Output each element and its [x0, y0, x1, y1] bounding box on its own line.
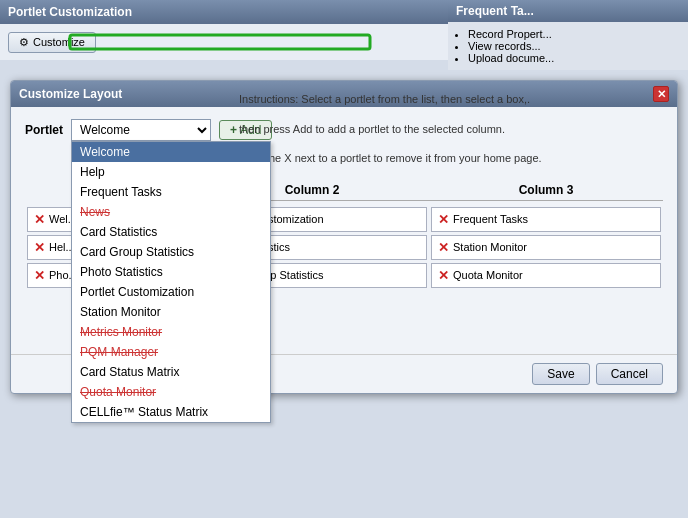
instructions-area: Instructions: Select a portlet from the …	[235, 91, 663, 168]
cancel-button[interactable]: Cancel	[596, 363, 663, 385]
dropdown-item-station-monitor[interactable]: Station Monitor	[72, 302, 270, 322]
customize-layout-modal: Customize Layout ✕ Portlet Welcome Welco…	[10, 80, 678, 394]
dropdown-item-portlet-customization[interactable]: Portlet Customization	[72, 282, 270, 302]
portlet-header-title: Portlet Customization	[8, 5, 132, 19]
portlet-select[interactable]: Welcome	[71, 119, 211, 141]
right-panel-header: Frequent Ta...	[448, 0, 688, 22]
dropdown-item-help[interactable]: Help	[72, 162, 270, 182]
remove-station-monitor-icon[interactable]: ✕	[438, 240, 449, 255]
modal-close-button[interactable]: ✕	[653, 86, 669, 102]
dropdown-item-card-statistics[interactable]: Card Statistics	[72, 222, 270, 242]
portlet-dropdown-container: Welcome Welcome Help Frequent Tasks News…	[71, 119, 211, 141]
instruction-2: then press Add to add a portlet to the s…	[235, 121, 663, 139]
portlet-field-label: Portlet	[25, 123, 63, 137]
col3-item-frequent-tasks-label: Frequent Tasks	[453, 213, 528, 225]
right-panel: Frequent Ta... Record Propert... View re…	[448, 0, 688, 70]
customize-button[interactable]: ⚙ Customize	[8, 32, 96, 53]
dropdown-item-card-group-statistics[interactable]: Card Group Statistics	[72, 242, 270, 262]
right-panel-content: Record Propert... View records... Upload…	[448, 22, 688, 70]
col3-item-quota-monitor[interactable]: ✕ Quota Monitor	[431, 263, 661, 288]
dropdown-item-cellfie-status-matrix[interactable]: CELLfie™ Status Matrix	[72, 402, 270, 422]
svg-rect-1	[70, 35, 370, 49]
col3-item-quota-monitor-label: Quota Monitor	[453, 269, 523, 281]
instruction-1: Instructions: Select a portlet from the …	[235, 91, 663, 109]
remove-photo-icon[interactable]: ✕	[34, 268, 45, 283]
col3-header: Column 3	[429, 180, 663, 201]
dropdown-item-quota-monitor[interactable]: Quota Monitor	[72, 382, 270, 402]
col3-item-station-monitor[interactable]: ✕ Station Monitor	[431, 235, 661, 260]
dropdown-item-pqm-manager[interactable]: PQM Manager	[72, 342, 270, 362]
column-3: Column 3 ✕ Frequent Tasks ✕ Station Moni…	[429, 180, 663, 290]
remove-quota-monitor-icon[interactable]: ✕	[438, 268, 449, 283]
modal-body: Portlet Welcome Welcome Help Frequent Ta…	[11, 107, 677, 354]
col3-item-frequent-tasks[interactable]: ✕ Frequent Tasks	[431, 207, 661, 232]
save-button[interactable]: Save	[532, 363, 589, 385]
green-arrow	[68, 29, 408, 55]
dropdown-item-welcome[interactable]: Welcome	[72, 142, 270, 162]
dropdown-item-frequent-tasks[interactable]: Frequent Tasks	[72, 182, 270, 202]
portlet-dropdown-menu[interactable]: Welcome Help Frequent Tasks News Card St…	[71, 141, 271, 423]
dropdown-item-card-status-matrix[interactable]: Card Status Matrix	[72, 362, 270, 382]
dropdown-item-news[interactable]: News	[72, 202, 270, 222]
modal-title: Customize Layout	[19, 87, 122, 101]
dropdown-item-photo-statistics[interactable]: Photo Statistics	[72, 262, 270, 282]
remove-frequent-tasks-icon[interactable]: ✕	[438, 212, 449, 227]
plus-icon: +	[230, 123, 237, 137]
dropdown-item-metrics-monitor[interactable]: Metrics Monitor	[72, 322, 270, 342]
gear-icon: ⚙	[19, 36, 29, 49]
remove-welcome-icon[interactable]: ✕	[34, 212, 45, 227]
instruction-3: Click the X next to a portlet to remove …	[235, 150, 663, 168]
remove-help-icon[interactable]: ✕	[34, 240, 45, 255]
col3-item-station-monitor-label: Station Monitor	[453, 241, 527, 253]
col3-items: ✕ Frequent Tasks ✕ Station Monitor ✕ Quo…	[429, 205, 663, 290]
customize-label: Customize	[33, 36, 85, 48]
